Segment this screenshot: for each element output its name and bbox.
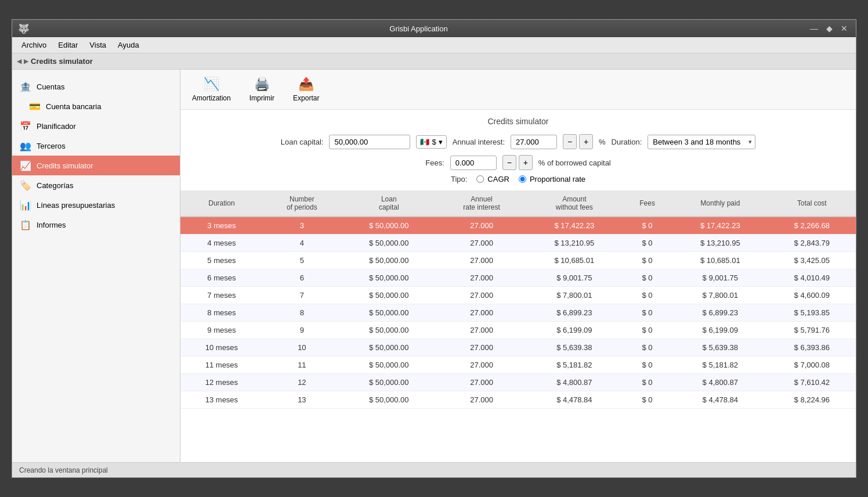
sidebar-terceros-label: Terceros	[37, 142, 66, 150]
titlebar: 🐺 Grisbi Application — ◆ ✕	[12, 20, 856, 37]
menu-archivo[interactable]: Archivo	[17, 39, 51, 51]
amortization-button[interactable]: 📉 Amortization	[187, 74, 236, 105]
table-cell: 27.000	[437, 287, 527, 304]
exportar-button[interactable]: 📤 Exportar	[288, 74, 324, 105]
table-row[interactable]: 6 meses6$ 50,000.0027.000$ 9,001.75$ 0$ …	[180, 269, 856, 287]
table-row[interactable]: 9 meses9$ 50,000.0027.000$ 6,199.09$ 0$ …	[180, 322, 856, 339]
planificador-icon: 📅	[19, 120, 32, 132]
loan-capital-input[interactable]	[329, 135, 410, 149]
table-cell: $ 50,000.00	[341, 374, 437, 391]
menu-editar[interactable]: Editar	[53, 39, 82, 51]
sidebar-item-credits-simulator[interactable]: 📈 Credits simulator	[12, 156, 180, 175]
cagr-radio[interactable]	[476, 175, 484, 183]
sidebar-section: 🏦 Cuentas 💳 Cuenta bancaria 📅 Planificad…	[12, 74, 180, 237]
duration-select[interactable]: Between 3 and 18 months	[648, 135, 755, 149]
sidebar-item-planificador[interactable]: 📅 Planificador	[12, 116, 180, 136]
titlebar-controls: — ◆ ✕	[808, 23, 850, 34]
cuentas-icon: 🏦	[19, 80, 32, 93]
menu-ayuda[interactable]: Ayuda	[113, 39, 144, 51]
proportional-radio[interactable]	[519, 175, 526, 183]
main-content: 🏦 Cuentas 💳 Cuenta bancaria 📅 Planificad…	[12, 70, 856, 462]
table-cell: $ 4,800.87	[672, 374, 768, 391]
amortization-icon: 📉	[204, 77, 219, 92]
table-cell: $ 5,639.38	[526, 339, 622, 356]
sidebar-item-cuenta-bancaria[interactable]: 💳 Cuenta bancaria	[12, 96, 180, 116]
menubar: Archivo Editar Vista Ayuda	[12, 37, 856, 53]
minimize-button[interactable]: —	[808, 23, 820, 34]
table-cell: $ 6,199.09	[526, 322, 622, 339]
sidebar-item-categorias[interactable]: 🏷️ Categorías	[12, 175, 180, 195]
fees-input[interactable]	[450, 156, 497, 170]
annual-interest-decrement[interactable]: −	[563, 134, 577, 149]
imprimir-icon: 🖨️	[254, 77, 270, 92]
menu-vista[interactable]: Vista	[85, 39, 111, 51]
tipo-proportional-group: Proportional rate	[519, 175, 585, 183]
table-cell: $ 17,422.23	[526, 217, 622, 235]
table-cell: $ 50,000.00	[341, 269, 437, 287]
fees-increment[interactable]: +	[519, 155, 533, 170]
table-row[interactable]: 13 meses13$ 50,000.0027.000$ 4,478.84$ 0…	[180, 391, 856, 409]
amortization-label: Amortization	[192, 94, 231, 102]
sidebar: 🏦 Cuentas 💳 Cuenta bancaria 📅 Planificad…	[12, 70, 180, 462]
percent-sign: %	[599, 138, 606, 146]
table-cell: 27.000	[437, 252, 527, 269]
sidebar-item-terceros[interactable]: 👥 Terceros	[12, 136, 180, 156]
toolbar: 📉 Amortization 🖨️ Imprimir 📤 Exportar	[180, 70, 856, 110]
sidebar-cuentas-label: Cuentas	[37, 82, 64, 91]
table-body: 3 meses3$ 50,000.0027.000$ 17,422.23$ 0$…	[180, 217, 856, 409]
exportar-icon: 📤	[298, 77, 314, 92]
fees-decrement[interactable]: −	[502, 155, 516, 170]
table-row[interactable]: 3 meses3$ 50,000.0027.000$ 17,422.23$ 0$…	[180, 217, 856, 235]
loan-capital-label: Loan capital:	[281, 138, 324, 146]
table-row[interactable]: 12 meses12$ 50,000.0027.000$ 4,800.87$ 0…	[180, 374, 856, 391]
statusbar: Creando la ventana principal	[12, 462, 856, 477]
sidebar-item-informes[interactable]: 📋 Informes	[12, 215, 180, 235]
simulator-body: Credits simulator Loan capital: 🇲🇽 $ ▾ A…	[180, 110, 856, 462]
table-cell: 7 meses	[180, 287, 263, 304]
table-row[interactable]: 8 meses8$ 50,000.0027.000$ 6,899.23$ 0$ …	[180, 304, 856, 322]
breadcrumb-back[interactable]: ◀	[17, 57, 21, 65]
table-cell: 13 meses	[180, 391, 263, 409]
table-row[interactable]: 4 meses4$ 50,000.0027.000$ 13,210.95$ 0$…	[180, 235, 856, 252]
cuenta-bancaria-icon: 💳	[28, 100, 41, 113]
sidebar-item-lineas-presupuestarias[interactable]: 📊 Líneas presupuestarias	[12, 195, 180, 215]
table-row[interactable]: 5 meses5$ 50,000.0027.000$ 10,685.01$ 0$…	[180, 252, 856, 269]
titlebar-left: 🐺	[18, 23, 30, 34]
table-row[interactable]: 11 meses11$ 50,000.0027.000$ 5,181.82$ 0…	[180, 356, 856, 374]
table-cell: $ 6,393.86	[768, 339, 856, 356]
currency-dropdown-arrow: ▾	[439, 138, 443, 146]
close-button[interactable]: ✕	[838, 23, 850, 34]
currency-selector[interactable]: 🇲🇽 $ ▾	[416, 135, 446, 149]
annual-interest-input[interactable]	[511, 135, 557, 149]
table-cell: $ 5,193.85	[768, 304, 856, 322]
sidebar-item-cuentas[interactable]: 🏦 Cuentas	[12, 77, 180, 96]
table-cell: $ 9,001.75	[526, 269, 622, 287]
imprimir-button[interactable]: 🖨️ Imprimir	[245, 74, 279, 105]
maximize-button[interactable]: ◆	[824, 23, 835, 34]
table-cell: 5	[263, 252, 341, 269]
table-container: Duration Numberof periods Loancapital An…	[180, 190, 856, 462]
table-row[interactable]: 7 meses7$ 50,000.0027.000$ 7,800.01$ 0$ …	[180, 287, 856, 304]
breadcrumb-forward[interactable]: ▶	[24, 57, 28, 65]
window-title: Grisbi Application	[30, 24, 808, 33]
imprimir-label: Imprimir	[249, 94, 274, 102]
lineas-icon: 📊	[19, 199, 32, 211]
table-cell: $ 50,000.00	[341, 304, 437, 322]
table-cell: $ 50,000.00	[341, 339, 437, 356]
table-row[interactable]: 10 meses10$ 50,000.0027.000$ 5,639.38$ 0…	[180, 339, 856, 356]
table-cell: $ 2,266.68	[768, 217, 856, 235]
table-cell: $ 13,210.95	[526, 235, 622, 252]
table-cell: $ 3,425.05	[768, 252, 856, 269]
header-amount: Amountwithout fees	[526, 190, 622, 217]
proportional-label: Proportional rate	[530, 175, 585, 183]
table-cell: $ 5,181.82	[526, 356, 622, 374]
table-cell: $ 5,791.76	[768, 322, 856, 339]
sidebar-informes-label: Informes	[37, 221, 66, 229]
annual-interest-increment[interactable]: +	[579, 134, 593, 149]
exportar-label: Exportar	[293, 94, 319, 102]
table-cell: 27.000	[437, 322, 527, 339]
app-icon: 🐺	[18, 23, 30, 34]
table-cell: $ 0	[622, 252, 672, 269]
table-cell: 27.000	[437, 235, 527, 252]
header-rate: Annuelrate interest	[437, 190, 527, 217]
